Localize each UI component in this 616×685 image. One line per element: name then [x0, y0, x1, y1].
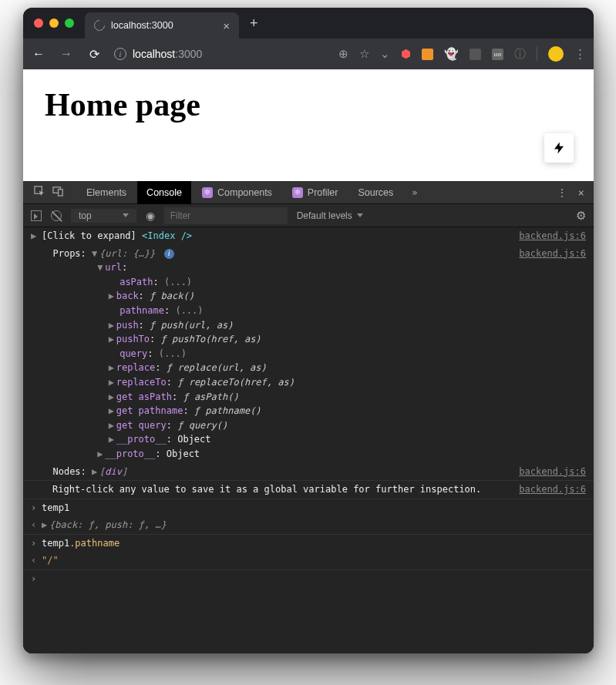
log-entry[interactable]: ▶ [Click to expand] <Index /> backend.js…: [23, 227, 594, 245]
menu-kebab-icon[interactable]: ⋮: [574, 47, 586, 61]
ext-info-icon[interactable]: ⓘ: [514, 47, 526, 62]
tab-elements[interactable]: Elements: [77, 181, 136, 204]
zoom-icon[interactable]: ⊕: [338, 47, 348, 61]
repl-input[interactable]: ›temp1: [23, 499, 594, 517]
tab-components[interactable]: ⚛Components: [193, 181, 281, 204]
new-tab-button[interactable]: +: [239, 15, 269, 32]
tabs-overflow-icon[interactable]: »: [404, 187, 425, 198]
log-levels-selector[interactable]: Default levels: [297, 210, 363, 221]
context-selector[interactable]: top: [71, 209, 136, 223]
maximize-window-icon[interactable]: [65, 18, 74, 28]
react-icon: ⚛: [292, 187, 303, 198]
console-sidebar-toggle-icon[interactable]: [31, 210, 42, 221]
close-window-icon[interactable]: [34, 18, 43, 28]
repl-output: ‹"/": [23, 552, 594, 570]
chevron-down-icon: [357, 213, 363, 217]
pocket-icon[interactable]: ⌄: [380, 47, 390, 61]
profile-avatar-icon[interactable]: [548, 46, 564, 62]
back-button[interactable]: ←: [31, 47, 46, 61]
lightning-icon: [552, 141, 566, 155]
source-link[interactable]: backend.js:6: [519, 465, 586, 479]
minimize-window-icon[interactable]: [49, 18, 59, 28]
tab-favicon-icon: [92, 18, 107, 33]
chevron-down-icon: [123, 213, 129, 217]
log-entry-props[interactable]: Props: ▼{url: {…}} i ▼url: asPath: (...)…: [23, 245, 594, 463]
shield-ext-icon[interactable]: ⬢: [401, 47, 411, 61]
forward-button[interactable]: →: [59, 47, 74, 61]
source-link[interactable]: backend.js:6: [519, 482, 586, 497]
console-settings-icon[interactable]: ⚙: [576, 209, 586, 223]
repl-prompt[interactable]: ›: [23, 570, 594, 588]
page-content: Home page: [23, 69, 594, 181]
devtools-close-icon[interactable]: ×: [578, 186, 584, 199]
tab-sources[interactable]: Sources: [348, 181, 402, 204]
separator: [537, 47, 537, 61]
repl-output[interactable]: ‹▶{back: ƒ, push: ƒ, …}: [23, 516, 594, 535]
clear-console-icon[interactable]: [51, 210, 62, 221]
console-toolbar: top ◉ Default levels ⚙: [23, 204, 594, 227]
lightning-fab[interactable]: [544, 133, 574, 163]
reload-button[interactable]: ⟳: [86, 47, 102, 62]
info-badge-icon[interactable]: i: [164, 249, 174, 259]
tab-close-icon[interactable]: ×: [223, 19, 230, 32]
react-icon: ⚛: [202, 187, 213, 198]
svg-rect-2: [58, 189, 62, 195]
address-bar: ← → ⟳ i localhost:3000 ⊕ ☆ ⌄ ⬢ 👻 uo ⓘ ⋮: [23, 39, 594, 69]
console-output: ▶ [Click to expand] <Index /> backend.js…: [23, 227, 594, 653]
live-expression-icon[interactable]: ◉: [146, 210, 155, 222]
url-field[interactable]: i localhost:3000: [114, 48, 202, 60]
inspect-element-icon[interactable]: [31, 186, 48, 200]
page-heading: Home page: [45, 86, 572, 123]
url-host: localhost: [133, 48, 175, 60]
tab-title: localhost:3000: [111, 20, 173, 31]
url-port: :3000: [175, 48, 202, 60]
tab-console[interactable]: Console: [137, 181, 191, 204]
toolbar-icons: ⊕ ☆ ⌄ ⬢ 👻 uo ⓘ ⋮: [338, 46, 586, 62]
tab-profiler[interactable]: ⚛Profiler: [283, 181, 348, 204]
filter-input[interactable]: [164, 207, 288, 224]
log-entry-hint: Right-click any value to save it as a gl…: [23, 481, 594, 499]
traffic-lights[interactable]: [23, 18, 85, 28]
source-link[interactable]: backend.js:6: [519, 247, 586, 261]
devtools-menu-icon[interactable]: ⋮: [557, 186, 567, 199]
ext-gray-icon[interactable]: [470, 49, 481, 60]
devtools-tabstrip: Elements Console ⚛Components ⚛Profiler S…: [23, 181, 594, 204]
device-toggle-icon[interactable]: [49, 186, 66, 200]
ublock-ext-icon[interactable]: uo: [492, 49, 503, 60]
log-entry-nodes[interactable]: Nodes: ▶[div] backend.js:6: [23, 463, 594, 482]
ext-orange-icon[interactable]: [422, 49, 433, 60]
devtools-panel: Elements Console ⚛Components ⚛Profiler S…: [23, 181, 594, 653]
source-link[interactable]: backend.js:6: [519, 229, 586, 243]
bookmark-star-icon[interactable]: ☆: [359, 47, 369, 61]
repl-input[interactable]: ›temp1.pathname: [23, 535, 594, 552]
browser-tab[interactable]: localhost:3000 ×: [85, 12, 239, 39]
window-titlebar: localhost:3000 × +: [23, 8, 594, 39]
ghost-ext-icon[interactable]: 👻: [444, 47, 459, 61]
site-info-icon[interactable]: i: [114, 48, 126, 60]
